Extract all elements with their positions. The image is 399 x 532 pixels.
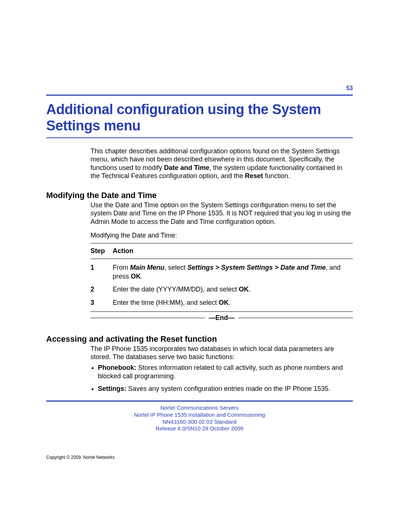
ok-label: OK (239, 286, 249, 293)
table-rule-bottom (91, 311, 353, 312)
ok-label: OK (131, 273, 141, 280)
list-item: Phonebook: Stores information related to… (98, 364, 353, 381)
step-number: 3 (91, 299, 113, 307)
footer-block: Nortel Communications Servers Nortel IP … (46, 405, 353, 432)
section-heading-reset: Accessing and activating the Reset funct… (46, 334, 353, 344)
step-text: Enter the date (YYYY/MM/DD), and select (113, 286, 239, 293)
step-text: . (141, 273, 143, 280)
table-rule-top (91, 243, 353, 243)
end-rule-left (91, 318, 205, 318)
steps-header: Step Action (91, 246, 353, 256)
header-action: Action (113, 247, 353, 255)
header-rule-thick (46, 95, 353, 96)
bullet-term-phonebook: Phonebook: (98, 364, 136, 371)
intro-bold-reset: Reset (245, 172, 263, 180)
table-rule-mid (91, 259, 353, 259)
footer-line: Nortel Communications Servers (46, 405, 353, 412)
procedure-label: Modifying the Date and Time: (91, 232, 353, 239)
step-text: Enter the time (HH:MM), and select (113, 299, 219, 306)
intro-bold-datetime: Date and Time (164, 164, 209, 171)
end-marker: —End— (91, 314, 353, 322)
footer-line: NN43160-300 02.03 Standard (46, 419, 353, 426)
footer-line: Nortel IP Phone 1535 Installation and Co… (46, 412, 353, 419)
table-row: 2 Enter the date (YYYY/MM/DD), and selec… (91, 283, 353, 296)
main-menu-label: Main Menu (130, 264, 164, 271)
page-number: 53 (46, 85, 353, 92)
step-text: , select (164, 264, 187, 271)
step-number: 2 (91, 285, 113, 294)
step-action: Enter the time (HH:MM), and select OK. (113, 299, 353, 307)
intro-text: function. (263, 172, 290, 180)
copyright: Copyright © 2009, Nortel Networks (46, 455, 115, 460)
step-action: Enter the date (YYYY/MM/DD), and select … (113, 285, 353, 294)
footer-rule (46, 400, 353, 402)
section2-body: The IP Phone 1535 incorporates two datab… (91, 345, 353, 361)
step-text: . (229, 299, 231, 306)
step-text: . (249, 286, 250, 293)
section-heading-modify-datetime: Modifying the Date and Time (46, 191, 353, 200)
menu-path: Settings > System Settings > Date and Ti… (187, 264, 326, 271)
end-rule-right (238, 318, 353, 318)
step-action: From Main Menu, select Settings > System… (113, 263, 353, 281)
step-text: From (113, 264, 130, 271)
chapter-title: Additional configuration using the Syste… (46, 102, 353, 134)
header-step: Step (91, 247, 113, 255)
footer-line: Release 4.0/SN10 28 October 2009 (46, 425, 353, 432)
step-number: 1 (91, 263, 113, 281)
steps-table: Step Action 1 From Main Menu, select Set… (91, 243, 353, 322)
intro-paragraph: This chapter describes additional config… (91, 147, 353, 180)
section1-body: Use the Date and Time option on the Syst… (91, 201, 353, 226)
header-rule-thin (46, 137, 353, 138)
ok-label: OK (219, 299, 229, 306)
table-row: 1 From Main Menu, select Settings > Syst… (91, 261, 353, 283)
bullet-list: Phonebook: Stores information related to… (91, 364, 353, 393)
end-label: —End— (205, 314, 238, 322)
table-row: 3 Enter the time (HH:MM), and select OK. (91, 296, 353, 309)
bullet-text: Saves any system configuration entries m… (126, 385, 330, 392)
bullet-term-settings: Settings: (98, 385, 126, 392)
list-item: Settings: Saves any system configuration… (98, 385, 353, 393)
